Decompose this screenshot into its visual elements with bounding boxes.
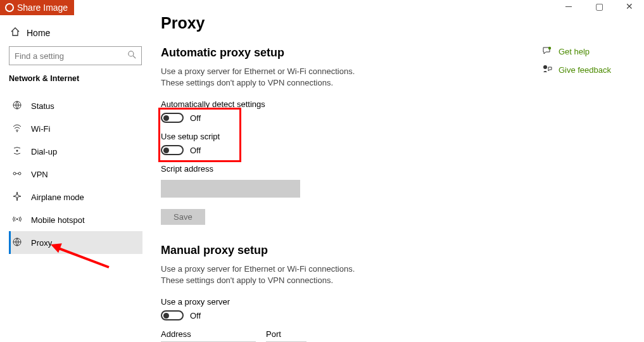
airplane-icon [12,191,22,203]
svg-point-5 [16,149,18,151]
svg-point-7 [18,172,21,175]
give-feedback-label: Give feedback [559,65,611,75]
svg-point-9 [16,218,18,220]
search-box[interactable] [9,46,142,65]
svg-point-4 [16,130,18,132]
window-controls: ─ ▢ ✕ [559,1,639,11]
get-help-label: Get help [559,47,590,56]
address-label: Address [161,329,256,339]
manual-proxy-description: Use a proxy server for Ethernet or Wi-Fi… [161,263,370,286]
sidebar-item-vpn[interactable]: VPN [9,163,142,186]
svg-point-0 [129,51,134,56]
use-script-toggle[interactable] [161,145,184,155]
hotspot-icon [12,214,22,226]
sidebar-item-label: Status [31,101,54,111]
wifi-icon [12,123,22,135]
page-title: Proxy [161,14,503,32]
sidebar-item-label: Airplane mode [31,193,84,202]
manual-proxy-heading: Manual proxy setup [161,244,503,257]
sidebar-item-status[interactable]: Status [9,94,142,117]
svg-point-6 [13,172,16,175]
home-icon [10,27,20,39]
search-icon [128,51,136,61]
search-input[interactable] [15,51,122,61]
proxy-icon [12,237,22,249]
auto-detect-label: Automatically detect settings [161,99,503,109]
save-button[interactable]: Save [161,209,205,225]
feedback-icon [542,64,552,76]
svg-line-1 [133,56,136,58]
close-button[interactable]: ✕ [620,1,639,11]
get-help-link[interactable]: Get help [542,46,611,58]
status-icon [12,100,22,112]
sidebar-item-label: Dial-up [31,147,57,156]
script-address-label: Script address [161,164,503,174]
chat-icon [542,46,552,58]
dialup-icon [12,146,22,158]
sidebar-item-label: VPN [31,170,48,179]
port-label: Port [266,329,306,339]
auto-detect-toggle[interactable] [161,113,184,123]
sidebar-item-label: Wi-Fi [31,124,50,134]
sidebar-item-label: Proxy [31,238,52,248]
share-circle-icon [5,3,14,12]
auto-proxy-description: Use a proxy server for Ethernet or Wi-Fi… [161,66,370,88]
help-links: Get help Give feedback [542,46,611,82]
sidebar: Home Network & Internet Status Wi-Fi Dia… [0,18,149,254]
use-proxy-label: Use a proxy server [161,297,503,307]
sidebar-item-label: Mobile hotspot [31,215,85,225]
home-link[interactable]: Home [9,23,142,46]
sidebar-item-proxy[interactable]: Proxy [9,231,142,254]
sidebar-item-wifi[interactable]: Wi-Fi [9,117,142,140]
minimize-button[interactable]: ─ [559,1,578,11]
use-proxy-state: Off [190,311,201,320]
auto-detect-state: Off [190,113,201,123]
script-address-input[interactable] [161,180,300,198]
sidebar-item-dialup[interactable]: Dial-up [9,140,142,163]
sidebar-item-airplane[interactable]: Airplane mode [9,186,142,208]
use-script-state: Off [190,146,201,155]
auto-proxy-heading: Automatic proxy setup [161,46,503,60]
maximize-button[interactable]: ▢ [590,1,609,11]
svg-point-13 [543,65,547,69]
category-heading: Network & Internet [9,74,142,83]
use-proxy-toggle[interactable] [161,310,184,320]
sidebar-item-hotspot[interactable]: Mobile hotspot [9,208,142,231]
give-feedback-link[interactable]: Give feedback [542,64,611,76]
share-image-button[interactable]: Share Image [0,0,74,15]
vpn-icon [12,168,22,180]
share-image-label: Share Image [17,3,68,13]
use-script-label: Use setup script [161,132,503,141]
main-content: Proxy Automatic proxy setup Use a proxy … [161,14,503,342]
home-label: Home [27,28,50,38]
svg-point-12 [548,47,551,49]
